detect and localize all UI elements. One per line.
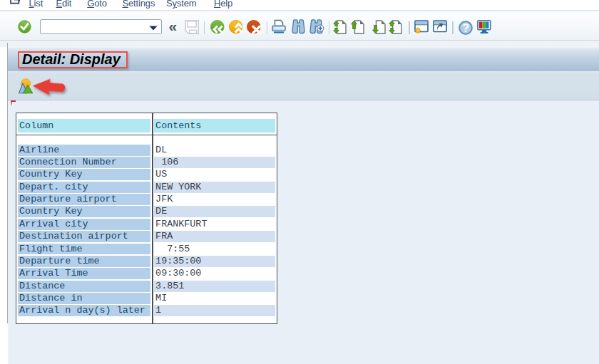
svg-text:?: ? (462, 21, 469, 33)
